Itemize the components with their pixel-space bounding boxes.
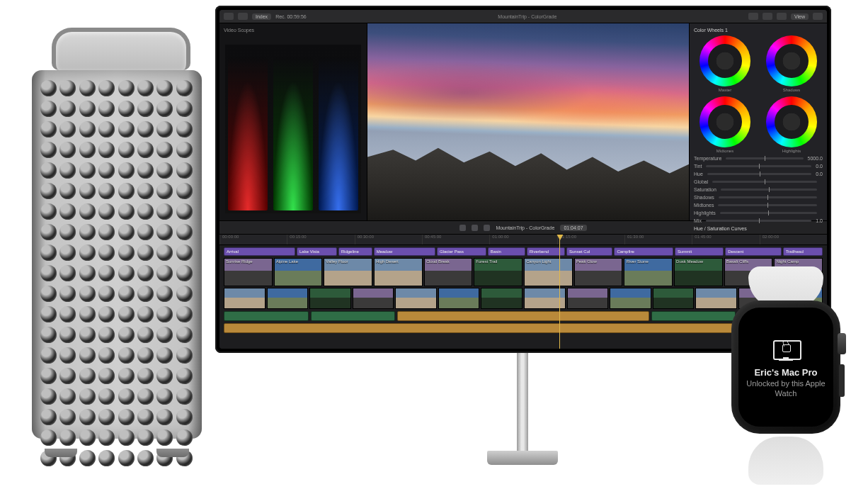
index-button[interactable]: Index xyxy=(252,13,271,20)
title-clip[interactable]: Ridgeline xyxy=(338,247,372,256)
title-clip[interactable]: Campfire xyxy=(614,247,673,256)
play-icon[interactable] xyxy=(472,225,478,231)
product-hero-stage: Index Rec. 00:59:56 MountainTrip - Color… xyxy=(0,0,868,489)
parade-green xyxy=(273,57,313,210)
ruler-tick[interactable]: 00:00:00 xyxy=(219,235,287,244)
video-clip[interactable]: Alpine Lake xyxy=(274,258,323,286)
video-clip[interactable]: Valley Floor xyxy=(324,258,372,286)
unlock-mac-icon xyxy=(770,336,801,360)
audio-clip[interactable] xyxy=(311,311,396,321)
video-clip[interactable]: River Stone xyxy=(624,258,673,286)
title-clip[interactable]: Summit xyxy=(675,247,724,256)
scopes-timecode: Rec. 00:59:56 xyxy=(275,14,307,19)
timeline-ruler[interactable]: 00:00:0000:15:0000:30:0000:45:0001:00:00… xyxy=(219,235,827,245)
wheel-label: Shadows xyxy=(760,88,823,92)
video-clip[interactable] xyxy=(309,288,351,309)
param-tint[interactable]: Tint0.0 xyxy=(694,164,823,169)
title-clip[interactable]: Sunset Col xyxy=(566,247,612,256)
skip-fwd-icon[interactable] xyxy=(484,225,490,231)
video-clip[interactable] xyxy=(224,288,265,309)
video-clip[interactable]: High Desert xyxy=(374,258,423,286)
timecode-display[interactable]: 01:04:07 xyxy=(560,225,586,231)
watch-band-bottom xyxy=(748,437,823,485)
video-clip[interactable] xyxy=(653,288,695,309)
wheel-label: Master xyxy=(694,88,756,92)
param-shadows[interactable]: Shadows xyxy=(694,195,823,200)
fcp-toolbar: Index Rec. 00:59:56 MountainTrip - Color… xyxy=(219,10,827,23)
library-icon[interactable] xyxy=(224,13,234,20)
param-saturation[interactable]: Saturation xyxy=(694,187,823,192)
unlock-subtitle: Unlocked by this Apple Watch xyxy=(746,379,826,399)
mac-pro-foot-left xyxy=(45,449,77,457)
video-clip[interactable] xyxy=(395,288,437,309)
color-wheel[interactable] xyxy=(766,35,817,86)
param-mix[interactable]: Mix1.0 xyxy=(694,218,823,223)
title-clip[interactable]: Lake Vista xyxy=(297,247,337,256)
video-clip[interactable] xyxy=(610,288,651,309)
apple-watch: Eric's Mac Pro Unlocked by this Apple Wa… xyxy=(719,269,853,482)
play-project: MountainTrip - ColorGrade xyxy=(496,225,554,230)
wheel-label: Highlights xyxy=(760,149,823,153)
watch-screen[interactable]: Eric's Mac Pro Unlocked by this Apple Wa… xyxy=(738,308,833,427)
ruler-tick[interactable]: 01:45:00 xyxy=(692,235,759,244)
watch-side-button[interactable] xyxy=(839,364,845,397)
playhead[interactable] xyxy=(559,235,560,349)
video-clip[interactable]: Cloud Break xyxy=(424,258,473,286)
viewer-clouds xyxy=(367,63,689,138)
ruler-tick[interactable]: 01:00:00 xyxy=(489,235,556,244)
digital-crown[interactable] xyxy=(838,333,846,354)
inspector-title: Color Wheels 1 xyxy=(694,28,823,33)
video-clip[interactable]: Forest Trail xyxy=(474,258,522,286)
ruler-tick[interactable]: 00:15:00 xyxy=(287,235,354,244)
video-clip[interactable] xyxy=(438,288,480,309)
video-clip[interactable]: Sunrise Ridge xyxy=(224,258,273,286)
view-menu[interactable]: View xyxy=(791,13,809,20)
param-global[interactable]: Global xyxy=(694,179,823,184)
title-clip[interactable]: Descent xyxy=(725,247,782,256)
video-scopes-panel: Video Scopes xyxy=(219,23,367,220)
toolbar-icon[interactable] xyxy=(748,13,758,20)
mac-pro-foot-right xyxy=(156,449,189,457)
skip-back-icon[interactable] xyxy=(459,225,466,231)
rgb-parade xyxy=(225,45,361,213)
scopes-title: Video Scopes xyxy=(224,28,362,33)
video-clip[interactable]: Canyon Light xyxy=(524,258,573,286)
video-clip[interactable]: Peak Glow xyxy=(574,258,623,286)
video-clip[interactable]: Dusk Meadow xyxy=(674,258,723,286)
ruler-tick[interactable]: 01:15:00 xyxy=(557,235,624,244)
titles-track[interactable]: ArrivalLake VistaRidgelineMeadowGlacier … xyxy=(224,247,823,256)
video-clip[interactable] xyxy=(267,288,309,309)
toolbar-icon[interactable] xyxy=(777,13,787,20)
ruler-tick[interactable]: 02:00:00 xyxy=(760,235,827,244)
video-clip[interactable] xyxy=(481,288,522,309)
param-hue[interactable]: Hue0.0 xyxy=(694,172,823,176)
color-wheel[interactable] xyxy=(766,96,817,147)
parade-red xyxy=(228,57,268,210)
audio-clip[interactable] xyxy=(224,311,309,321)
ruler-tick[interactable]: 00:45:00 xyxy=(422,235,489,244)
color-wheel[interactable] xyxy=(699,35,750,86)
ruler-tick[interactable]: 01:30:00 xyxy=(624,235,692,244)
color-inspector: Color Wheels 1 MasterShadowsMidtonesHigh… xyxy=(689,23,827,220)
color-wheel[interactable] xyxy=(699,96,750,147)
ruler-tick[interactable]: 00:30:00 xyxy=(355,235,422,244)
media-icon[interactable] xyxy=(238,13,248,20)
share-icon[interactable] xyxy=(813,13,823,20)
param-midtones[interactable]: Midtones xyxy=(694,203,823,208)
title-clip[interactable]: Arrival xyxy=(224,247,295,256)
video-clip[interactable] xyxy=(353,288,394,309)
title-clip[interactable]: Meadow xyxy=(374,247,435,256)
toolbar-icon[interactable] xyxy=(763,13,772,20)
mac-pro-handle xyxy=(52,28,190,70)
mac-pro-lattice xyxy=(39,79,195,430)
curves-title: Hue / Saturation Curves xyxy=(694,226,823,231)
viewer[interactable] xyxy=(367,23,689,220)
video-clip[interactable] xyxy=(567,288,609,309)
param-temperature[interactable]: Temperature5000.0 xyxy=(694,156,823,161)
param-highlights[interactable]: Highlights xyxy=(694,210,823,215)
title-clip[interactable]: Glacier Pass xyxy=(437,247,486,256)
title-clip[interactable]: Trailhead xyxy=(783,247,823,256)
music-clip[interactable] xyxy=(397,311,649,321)
title-clip[interactable]: Basin xyxy=(488,247,525,256)
wheel-label: Midtones xyxy=(694,149,756,153)
